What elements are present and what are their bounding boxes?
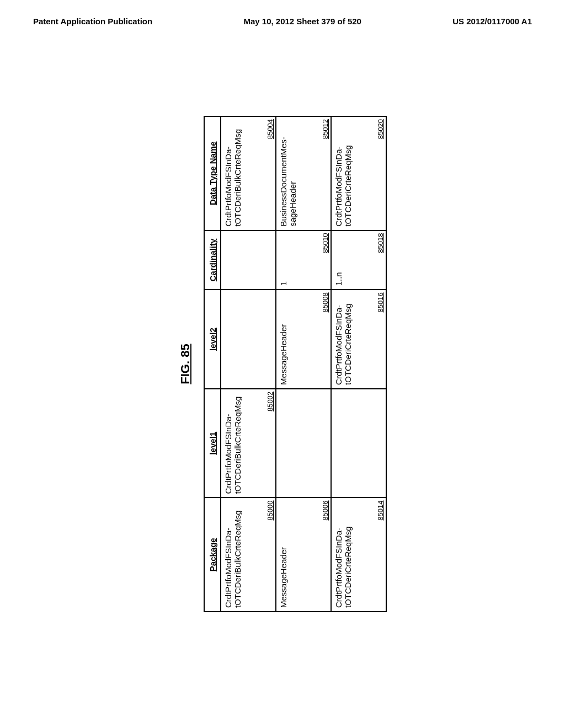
- header-cardinality: Cardinality: [204, 231, 221, 290]
- header-datatype: Data Type Name: [204, 116, 221, 231]
- ref-number: 85018: [376, 233, 385, 253]
- cell-text: MessageHeader: [279, 501, 288, 608]
- page-header: Patent Application Publication May 10, 2…: [0, 0, 565, 31]
- cell-text: 1..n: [334, 234, 343, 286]
- cell-text: CrdtPrtfoModFSInDa-tOTCDeriBulkCrteReqMs…: [223, 120, 242, 227]
- cell-level2: MessageHeader 85008: [276, 290, 331, 389]
- header-left: Patent Application Publication: [33, 17, 152, 26]
- cell-level1: [331, 389, 386, 498]
- cell-level2: CrdtPrtfoModFSInDa-tOTCDeriCrteReqMsg 85…: [331, 290, 386, 389]
- ref-number: 85006: [321, 500, 329, 520]
- table-row: MessageHeader 85006 MessageHeader 85008 …: [276, 116, 331, 612]
- cell-level1: CrdtPrtfoModFSInDa-tOTCDeriBulkCrteReqMs…: [221, 389, 276, 498]
- cell-text: CrdtPrtfoModFSInDa-tOTCDeriCrteReqMsg: [334, 120, 353, 227]
- cell-datatype: BusinessDocumentMes-sageHeader 85012: [276, 116, 331, 231]
- ref-number: 85016: [376, 292, 385, 312]
- cell-text: CrdtPrtfoModFSInDa-tOTCDeriCrteReqMsg: [334, 293, 353, 385]
- ref-number: 85000: [266, 500, 274, 520]
- table-row: CrdtPrtfoModFSInDa-tOTCDeriCrteReqMsg 85…: [331, 116, 386, 612]
- cell-package: CrdtPrtfoModFSInDa-tOTCDeriBulkCrteReqMs…: [221, 497, 276, 612]
- rotated-figure-content: FIG. 85 Package level1 level2 Cardinalit…: [178, 116, 387, 612]
- ref-number: 85012: [321, 119, 329, 139]
- cell-text: CrdtPrtfoModFSInDa-tOTCDeriBulkCrteReqMs…: [223, 393, 242, 494]
- cell-datatype: CrdtPrtfoModFSInDa-tOTCDeriBulkCrteReqMs…: [221, 116, 276, 231]
- header-package: Package: [204, 497, 221, 612]
- header-center: May 10, 2012 Sheet 379 of 520: [243, 17, 361, 26]
- ref-number: 85008: [321, 292, 329, 312]
- cell-text: MessageHeader: [279, 293, 288, 385]
- cell-level2: [221, 290, 276, 389]
- header-level1: level1: [204, 389, 221, 498]
- cell-text: CrdtPrtfoModFSInDa-tOTCDeriCrteReqMsg: [334, 501, 353, 608]
- table-row: CrdtPrtfoModFSInDa-tOTCDeriBulkCrteReqMs…: [221, 116, 276, 612]
- cell-datatype: CrdtPrtfoModFSInDa-tOTCDeriCrteReqMsg 85…: [331, 116, 386, 231]
- cell-package: CrdtPrtfoModFSInDa-tOTCDeriCrteReqMsg 85…: [331, 497, 386, 612]
- cell-text: BusinessDocumentMes-sageHeader: [279, 120, 297, 227]
- ref-number: 85020: [376, 119, 385, 139]
- header-right: US 2012/0117000 A1: [452, 17, 532, 26]
- header-level2: level2: [204, 290, 221, 389]
- cell-text: CrdtPrtfoModFSInDa-tOTCDeriBulkCrteReqMs…: [223, 501, 242, 608]
- ref-number: 85010: [321, 233, 329, 253]
- ref-number: 85014: [376, 500, 385, 520]
- table-header-row: Package level1 level2 Cardinality Data T…: [204, 116, 221, 612]
- ref-number: 85004: [266, 119, 274, 139]
- figure-title: FIG. 85: [178, 116, 193, 612]
- cell-cardinality: 1 85010: [276, 231, 331, 290]
- data-table: Package level1 level2 Cardinality Data T…: [204, 116, 387, 612]
- ref-number: 85002: [266, 392, 274, 411]
- cell-cardinality: [221, 231, 276, 290]
- cell-text: 1: [279, 234, 288, 286]
- cell-cardinality: 1..n 85018: [331, 231, 386, 290]
- cell-level1: [276, 389, 331, 498]
- cell-package: MessageHeader 85006: [276, 497, 331, 612]
